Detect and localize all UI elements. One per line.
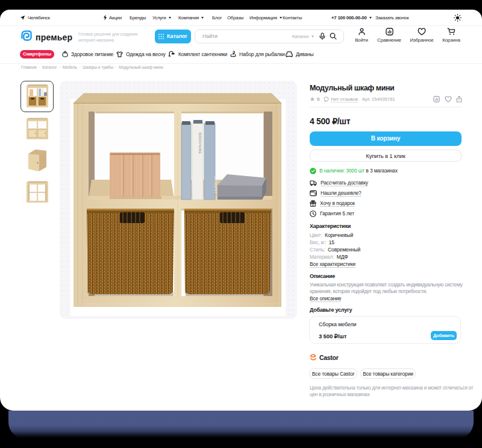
svg-text:MOMENT: MOMENT [191, 176, 195, 194]
svg-text:BROCHURE: BROCHURE [198, 133, 202, 154]
svg-text:MOMENT: MOMENT [214, 176, 218, 194]
